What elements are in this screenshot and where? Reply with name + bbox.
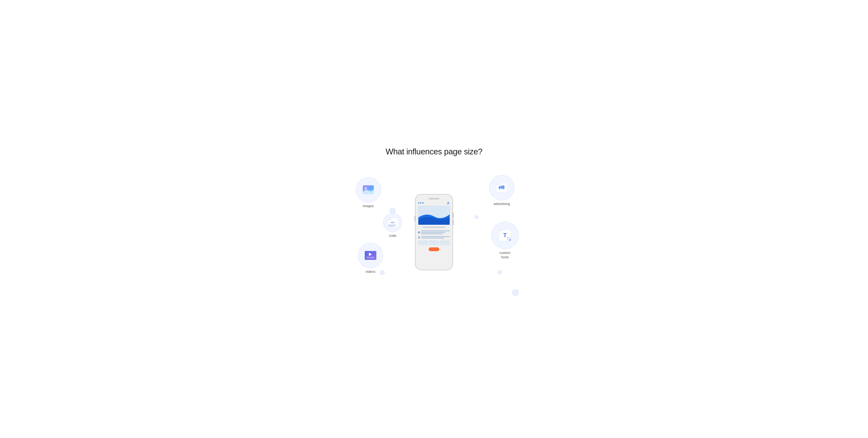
vid-bar-1 bbox=[360, 243, 362, 244]
fonts-corner-box bbox=[507, 237, 510, 240]
phone-title-bar bbox=[423, 227, 445, 228]
phone-header bbox=[418, 201, 450, 205]
vid-lines bbox=[366, 257, 375, 258]
diagram-container: images </> code bbox=[339, 166, 529, 298]
phone: → bbox=[415, 194, 453, 270]
phone-line-1 bbox=[421, 230, 450, 231]
play-button-icon bbox=[369, 253, 372, 256]
image-icon bbox=[363, 185, 374, 194]
phone-screen: → bbox=[418, 206, 450, 266]
vid-top-bar bbox=[359, 243, 384, 244]
phone-image-placeholder bbox=[418, 206, 450, 225]
f-d1 bbox=[499, 230, 500, 231]
phone-card-2 bbox=[429, 240, 439, 245]
phone-text-row-1 bbox=[418, 230, 450, 234]
f-d3 bbox=[502, 230, 502, 231]
phone-line-2 bbox=[421, 232, 445, 233]
phone-line-3 bbox=[421, 233, 443, 234]
adv-d1 bbox=[497, 184, 498, 185]
code-item: </> code bbox=[383, 213, 402, 238]
page-title: What influences page size? bbox=[386, 147, 483, 156]
advertising-label: advertising bbox=[494, 202, 510, 206]
code-top-bar bbox=[388, 219, 398, 220]
vid-line-1 bbox=[366, 257, 375, 257]
phone-card-3 bbox=[440, 240, 450, 245]
videos-item: videos bbox=[358, 243, 383, 274]
fonts-icon-box: T bbox=[499, 230, 512, 241]
code-lines-area bbox=[388, 225, 398, 227]
code-label: code bbox=[389, 234, 397, 238]
phone-user-icon bbox=[446, 201, 450, 205]
adv-d3 bbox=[499, 184, 500, 185]
phone-nav-dots bbox=[418, 202, 424, 204]
svg-point-1 bbox=[365, 187, 367, 189]
advertising-bubble bbox=[489, 175, 515, 200]
phone-dot-2 bbox=[420, 202, 422, 204]
deco-bubble-3 bbox=[475, 215, 478, 219]
phone-arrow-icon: → bbox=[433, 248, 435, 250]
advertising-item: advertising bbox=[489, 175, 515, 206]
custom-fonts-label: customfonts bbox=[499, 251, 510, 260]
vid-line-2 bbox=[366, 258, 375, 258]
phone-side-btn-left bbox=[414, 216, 415, 221]
svg-rect-2 bbox=[499, 187, 500, 189]
phone-side-btn-right-1 bbox=[453, 213, 454, 218]
phone-cta-button[interactable]: → bbox=[429, 247, 439, 251]
videos-bubble bbox=[358, 243, 383, 268]
code-dot-2 bbox=[389, 219, 390, 220]
phone-bullet-2 bbox=[418, 236, 420, 238]
phone-dot-1 bbox=[418, 202, 420, 204]
video-icon-box bbox=[365, 251, 376, 260]
svg-point-5 bbox=[447, 202, 448, 203]
fonts-top-bar bbox=[499, 230, 510, 231]
code-line-2 bbox=[388, 226, 395, 227]
phone-wave-svg bbox=[418, 206, 450, 225]
phone-dot-3 bbox=[422, 202, 424, 204]
custom-fonts-bubble: T bbox=[491, 222, 519, 249]
phone-lines-2 bbox=[421, 236, 450, 238]
phone-lines-1 bbox=[421, 230, 450, 234]
letter-t-icon: T bbox=[503, 232, 507, 239]
advertising-icon-box bbox=[496, 183, 508, 193]
phone-text-row-2 bbox=[418, 236, 450, 238]
code-symbol: </> bbox=[391, 221, 395, 224]
images-item: images bbox=[355, 177, 381, 208]
phone-line-5 bbox=[421, 238, 444, 238]
images-bubble bbox=[355, 177, 381, 202]
code-dot-3 bbox=[391, 219, 392, 220]
phone-notch bbox=[429, 198, 439, 200]
videos-label: videos bbox=[366, 270, 375, 274]
code-bubble: </> bbox=[383, 213, 402, 232]
phone-cards bbox=[418, 240, 450, 245]
code-icon-box: </> bbox=[387, 218, 399, 228]
code-line-1 bbox=[388, 225, 397, 225]
svg-line-4 bbox=[499, 189, 500, 190]
adv-d2 bbox=[498, 184, 499, 185]
phone-card-1 bbox=[418, 240, 428, 245]
custom-fonts-item: T customfonts bbox=[491, 222, 519, 260]
f-d2 bbox=[500, 230, 501, 231]
megaphone-icon bbox=[498, 185, 506, 191]
code-dot-1 bbox=[388, 219, 389, 220]
images-label: images bbox=[363, 204, 374, 208]
deco-bubble-1 bbox=[390, 208, 396, 214]
phone-side-btn-right-2 bbox=[453, 220, 454, 225]
adv-top bbox=[497, 184, 507, 185]
deco-bubble-5 bbox=[512, 289, 519, 296]
vid-dot-1 bbox=[359, 243, 359, 244]
fonts-corner-dot bbox=[509, 239, 511, 241]
phone-bullet-1 bbox=[418, 232, 420, 233]
deco-bubble-4 bbox=[498, 270, 502, 274]
phone-line-4 bbox=[421, 236, 450, 237]
